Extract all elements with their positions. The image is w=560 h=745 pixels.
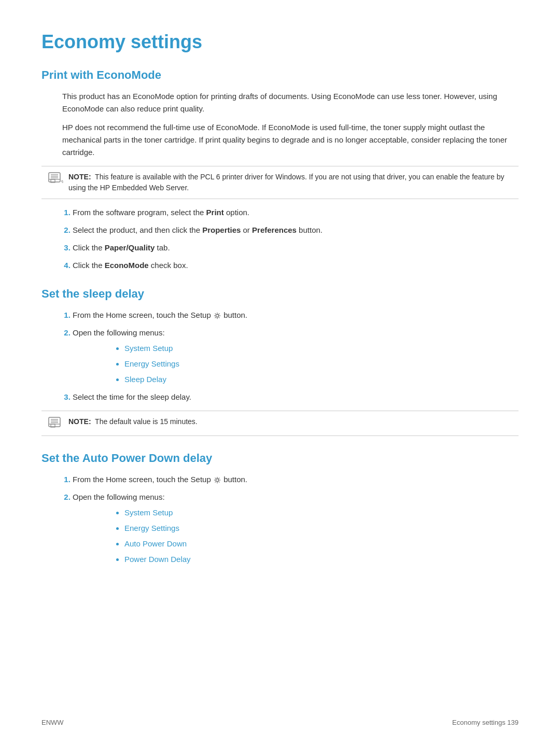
list-item: Energy Settings — [124, 522, 519, 535]
econoMode-para2: HP does not recommend the full-time use … — [62, 121, 519, 159]
footer-left: ENWW — [41, 719, 64, 726]
svg-line-29 — [219, 478, 220, 479]
step-item: Click the EconoMode check box. — [73, 259, 519, 272]
note-icon: ✎ — [48, 172, 63, 186]
step4-bold: EconoMode — [105, 261, 149, 270]
sleep-delay-bullets: System Setup Energy Settings Sleep Delay — [124, 342, 519, 386]
footer: ENWW Economy settings 139 — [41, 719, 519, 726]
page-content: Economy settings Print with EconoMode Th… — [0, 0, 560, 623]
svg-line-14 — [219, 314, 220, 315]
note-icon-2 — [48, 417, 63, 430]
step-item: From the Home screen, touch the Setup bu… — [73, 473, 519, 486]
section-title-auto-power-down: Set the Auto Power Down delay — [41, 452, 519, 465]
link-auto-power-down[interactable]: Auto Power Down — [124, 539, 187, 548]
step-item: Click the Paper/Quality tab. — [73, 242, 519, 254]
section-econoMode: Print with EconoMode This product has an… — [41, 68, 519, 272]
econoMode-note-text: NOTE: This feature is available with the… — [68, 172, 512, 193]
list-item: Auto Power Down — [124, 538, 519, 550]
list-item: System Setup — [124, 342, 519, 355]
note-label: NOTE: — [68, 173, 91, 181]
econoMode-steps: From the software program, select the Pr… — [73, 206, 519, 272]
svg-line-12 — [215, 314, 216, 315]
step-item: Open the following menus: System Setup E… — [73, 327, 519, 386]
step3-bold: Paper/Quality — [105, 243, 155, 252]
list-item: System Setup — [124, 507, 519, 519]
sleep-delay-note-box: NOTE: The default value is 15 minutes. — [41, 411, 519, 436]
step-item: Select the product, and then click the P… — [73, 224, 519, 236]
link-sleep-delay[interactable]: Sleep Delay — [124, 375, 166, 384]
step1-bold: Print — [206, 208, 224, 217]
section-title-sleep-delay: Set the sleep delay — [41, 287, 519, 301]
link-energy-settings[interactable]: Energy Settings — [124, 359, 179, 368]
svg-text:✎: ✎ — [60, 179, 63, 185]
section-sleep-delay: Set the sleep delay From the Home screen… — [41, 287, 519, 436]
setup-icon-2 — [214, 476, 221, 484]
section-auto-power-down: Set the Auto Power Down delay From the H… — [41, 452, 519, 566]
link-power-down-delay[interactable]: Power Down Delay — [124, 555, 191, 564]
svg-line-27 — [215, 478, 216, 479]
step-item: From the Home screen, touch the Setup bu… — [73, 309, 519, 321]
sleep-delay-note-text: NOTE: The default value is 15 minutes. — [68, 416, 198, 427]
svg-line-30 — [215, 482, 216, 483]
footer-right: Economy settings 139 — [452, 719, 519, 726]
note-content-2: The default value is 15 minutes. — [95, 417, 198, 426]
setup-icon — [214, 312, 221, 319]
list-item: Sleep Delay — [124, 373, 519, 386]
sleep-delay-steps: From the Home screen, touch the Setup bu… — [73, 309, 519, 403]
step2-bold1: Properties — [202, 226, 241, 234]
section-title-econoMode: Print with EconoMode — [41, 68, 519, 82]
svg-point-22 — [216, 479, 218, 481]
auto-power-down-bullets: System Setup Energy Settings Auto Power … — [124, 507, 519, 566]
svg-line-13 — [219, 317, 220, 318]
note-content: This feature is available with the PCL 6… — [68, 173, 504, 192]
list-item: Power Down Delay — [124, 553, 519, 566]
svg-line-15 — [215, 317, 216, 318]
note-label-2: NOTE: — [68, 417, 91, 426]
step-item: From the software program, select the Pr… — [73, 206, 519, 219]
list-item: Energy Settings — [124, 358, 519, 370]
svg-point-7 — [216, 314, 218, 317]
svg-rect-0 — [49, 173, 60, 182]
econoMode-para1: This product has an EconoMode option for… — [62, 90, 519, 115]
step2-bold2: Preferences — [252, 226, 297, 234]
svg-line-28 — [219, 482, 220, 483]
svg-rect-16 — [49, 417, 60, 427]
econoMode-note-box: ✎ NOTE: This feature is available with t… — [41, 166, 519, 199]
page-title: Economy settings — [41, 31, 519, 53]
step-item: Select the time for the sleep delay. — [73, 391, 519, 403]
link-system-setup-2[interactable]: System Setup — [124, 508, 173, 517]
step-item: Open the following menus: System Setup E… — [73, 491, 519, 566]
link-energy-settings-2[interactable]: Energy Settings — [124, 524, 179, 532]
link-system-setup[interactable]: System Setup — [124, 344, 173, 353]
auto-power-down-steps: From the Home screen, touch the Setup bu… — [73, 473, 519, 566]
